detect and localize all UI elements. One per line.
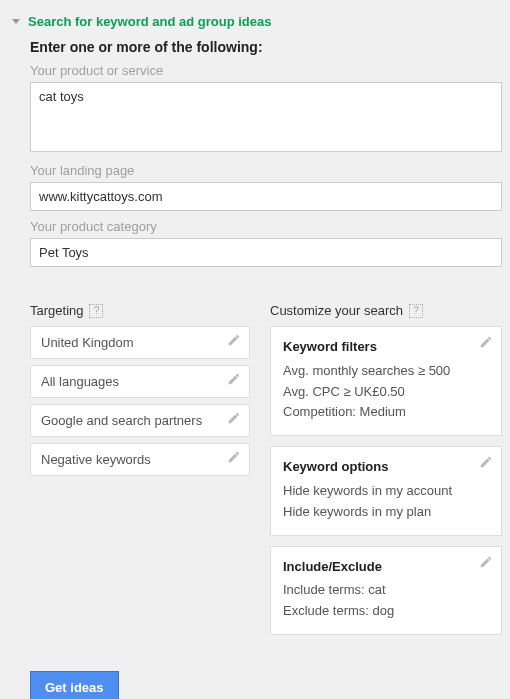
pencil-icon[interactable] (227, 333, 241, 347)
include-exclude-panel[interactable]: Include/Exclude Include terms: cat Exclu… (270, 546, 502, 635)
collapse-triangle-icon (12, 19, 20, 24)
panel-title: Include/Exclude (283, 557, 489, 578)
category-label: Your product category (30, 219, 502, 234)
targeting-item-label: Negative keywords (41, 452, 151, 467)
panel-line: Exclude terms: dog (283, 601, 489, 622)
product-input[interactable] (30, 82, 502, 152)
customize-column: Customize your search ? Keyword filters … (270, 303, 502, 645)
landing-label: Your landing page (30, 163, 502, 178)
category-input[interactable] (30, 238, 502, 267)
targeting-column: Targeting ? United Kingdom All languages… (30, 303, 250, 645)
targeting-title: Targeting ? (30, 303, 250, 318)
targeting-item-label: All languages (41, 374, 119, 389)
keyword-options-panel[interactable]: Keyword options Hide keywords in my acco… (270, 446, 502, 535)
landing-input[interactable] (30, 182, 502, 211)
help-icon[interactable]: ? (89, 304, 103, 318)
product-label: Your product or service (30, 63, 502, 78)
panel-line: Hide keywords in my plan (283, 502, 489, 523)
targeting-item-label: United Kingdom (41, 335, 134, 350)
targeting-item-label: Google and search partners (41, 413, 202, 428)
customize-title-text: Customize your search (270, 303, 403, 318)
panel-title: Keyword filters (283, 337, 489, 358)
targeting-location[interactable]: United Kingdom (30, 326, 250, 359)
customize-title: Customize your search ? (270, 303, 502, 318)
pencil-icon[interactable] (479, 335, 493, 349)
get-ideas-button[interactable]: Get ideas (30, 671, 119, 699)
keyword-filters-panel[interactable]: Keyword filters Avg. monthly searches ≥ … (270, 326, 502, 436)
targeting-title-text: Targeting (30, 303, 83, 318)
panel-line: Avg. CPC ≥ UK£0.50 (283, 382, 489, 403)
instruction-text: Enter one or more of the following: (30, 39, 502, 55)
targeting-negative-keywords[interactable]: Negative keywords (30, 443, 250, 476)
panel-line: Include terms: cat (283, 580, 489, 601)
pencil-icon[interactable] (227, 372, 241, 386)
section-title: Search for keyword and ad group ideas (28, 14, 271, 29)
pencil-icon[interactable] (479, 555, 493, 569)
pencil-icon[interactable] (227, 450, 241, 464)
panel-title: Keyword options (283, 457, 489, 478)
section-header[interactable]: Search for keyword and ad group ideas (8, 14, 502, 39)
targeting-language[interactable]: All languages (30, 365, 250, 398)
panel-line: Avg. monthly searches ≥ 500 (283, 361, 489, 382)
pencil-icon[interactable] (227, 411, 241, 425)
pencil-icon[interactable] (479, 455, 493, 469)
panel-line: Competition: Medium (283, 402, 489, 423)
targeting-network[interactable]: Google and search partners (30, 404, 250, 437)
panel-line: Hide keywords in my account (283, 481, 489, 502)
help-icon[interactable]: ? (409, 304, 423, 318)
